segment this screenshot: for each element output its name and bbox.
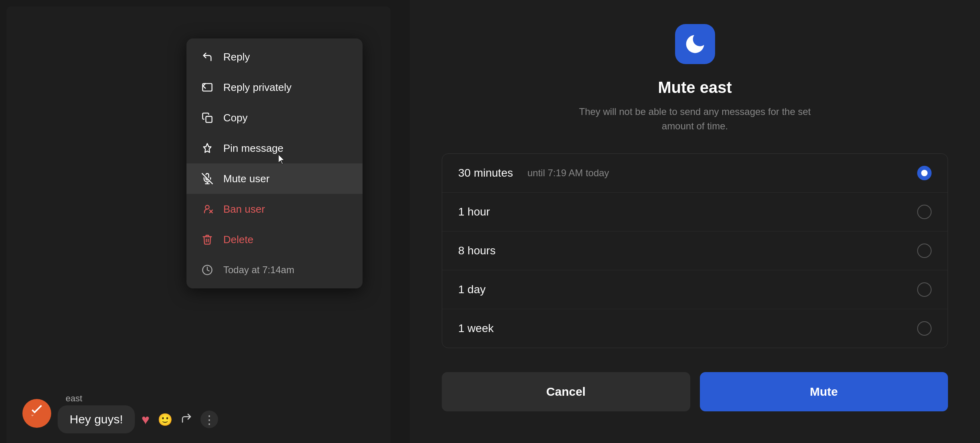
menu-item-mute-user[interactable]: Mute user bbox=[186, 163, 363, 194]
mute-option-1week-left: 1 week bbox=[458, 322, 494, 335]
mute-option-1hour[interactable]: 1 hour bbox=[442, 193, 948, 232]
svg-rect-1 bbox=[206, 117, 212, 123]
chat-panel: Reply Reply privately Copy bbox=[6, 6, 391, 443]
mute-dialog: Mute east They will not be able to send … bbox=[410, 0, 980, 443]
mute-description: They will not be able to send any messag… bbox=[579, 105, 811, 133]
ban-user-icon bbox=[201, 203, 214, 215]
mute-option-1week[interactable]: 1 week bbox=[442, 309, 948, 348]
mute-option-30min-left: 30 minutes until 7:19 AM today bbox=[458, 167, 609, 179]
mute-option-1hour-left: 1 hour bbox=[458, 205, 490, 218]
mute-option-30min-label: 30 minutes bbox=[458, 167, 513, 179]
forward-icon[interactable] bbox=[180, 412, 192, 427]
emoji-reaction-icon[interactable]: 🙂 bbox=[158, 413, 172, 427]
copy-icon bbox=[201, 111, 214, 124]
mute-button[interactable]: Mute bbox=[700, 372, 948, 411]
menu-item-timestamp: Today at 7:14am bbox=[186, 255, 363, 285]
more-options-icon[interactable]: ⋮ bbox=[200, 411, 218, 428]
chat-bubble-wrapper: east Hey guys! ♥ 🙂 ⋮ bbox=[58, 393, 218, 433]
menu-item-delete[interactable]: Delete bbox=[186, 224, 363, 255]
menu-item-copy[interactable]: Copy bbox=[186, 103, 363, 133]
mute-title: Mute east bbox=[658, 79, 732, 97]
chat-bubble-row: Hey guys! ♥ 🙂 ⋮ bbox=[58, 405, 218, 433]
heart-icon[interactable]: ♥ bbox=[141, 412, 149, 427]
avatar bbox=[22, 399, 51, 428]
chat-area: east Hey guys! ♥ 🙂 ⋮ bbox=[22, 393, 218, 433]
mute-option-8hours-label: 8 hours bbox=[458, 244, 495, 257]
chat-username: east bbox=[66, 393, 218, 404]
delete-icon bbox=[201, 233, 214, 246]
mute-option-1day[interactable]: 1 day bbox=[442, 270, 948, 309]
moon-icon bbox=[683, 32, 707, 56]
clock-icon bbox=[201, 264, 214, 276]
mute-option-1hour-label: 1 hour bbox=[458, 205, 490, 218]
radio-30min[interactable] bbox=[917, 166, 932, 180]
mute-options-list: 30 minutes until 7:19 AM today 1 hour 8 … bbox=[442, 153, 948, 348]
mute-footer: Cancel Mute bbox=[442, 372, 948, 411]
svg-point-5 bbox=[205, 205, 209, 209]
cancel-button[interactable]: Cancel bbox=[442, 372, 690, 411]
reply-label: Reply bbox=[223, 51, 250, 63]
chat-bubble: Hey guys! bbox=[58, 405, 135, 433]
context-menu: Reply Reply privately Copy bbox=[186, 38, 363, 288]
reply-privately-icon bbox=[201, 81, 214, 94]
menu-item-ban-user[interactable]: Ban user bbox=[186, 194, 363, 224]
delete-label: Delete bbox=[223, 234, 253, 246]
mute-option-8hours-left: 8 hours bbox=[458, 244, 495, 257]
mute-option-1week-label: 1 week bbox=[458, 322, 494, 335]
mute-user-label: Mute user bbox=[223, 173, 270, 185]
ban-user-label: Ban user bbox=[223, 203, 265, 215]
menu-item-pin[interactable]: Pin message bbox=[186, 133, 363, 163]
menu-item-reply[interactable]: Reply bbox=[186, 42, 363, 72]
radio-1hour[interactable] bbox=[917, 205, 932, 219]
mute-option-1day-left: 1 day bbox=[458, 283, 486, 296]
copy-label: Copy bbox=[223, 112, 248, 124]
menu-item-reply-privately[interactable]: Reply privately bbox=[186, 72, 363, 103]
mute-user-icon bbox=[201, 172, 214, 185]
radio-1day[interactable] bbox=[917, 282, 932, 297]
radio-1week[interactable] bbox=[917, 321, 932, 336]
pin-icon bbox=[201, 142, 214, 155]
radio-8hours[interactable] bbox=[917, 244, 932, 258]
chat-actions: ♥ 🙂 ⋮ bbox=[141, 411, 218, 428]
mute-option-30min-sublabel: until 7:19 AM today bbox=[527, 167, 609, 179]
reply-icon bbox=[201, 50, 214, 63]
reply-privately-label: Reply privately bbox=[223, 81, 292, 94]
panel-divider bbox=[397, 0, 410, 443]
mute-moon-icon-wrapper bbox=[675, 24, 715, 64]
mute-option-8hours[interactable]: 8 hours bbox=[442, 232, 948, 270]
pin-label: Pin message bbox=[223, 142, 283, 155]
timestamp-label: Today at 7:14am bbox=[223, 264, 294, 276]
mute-option-30min[interactable]: 30 minutes until 7:19 AM today bbox=[442, 154, 948, 193]
mute-option-1day-label: 1 day bbox=[458, 283, 486, 296]
